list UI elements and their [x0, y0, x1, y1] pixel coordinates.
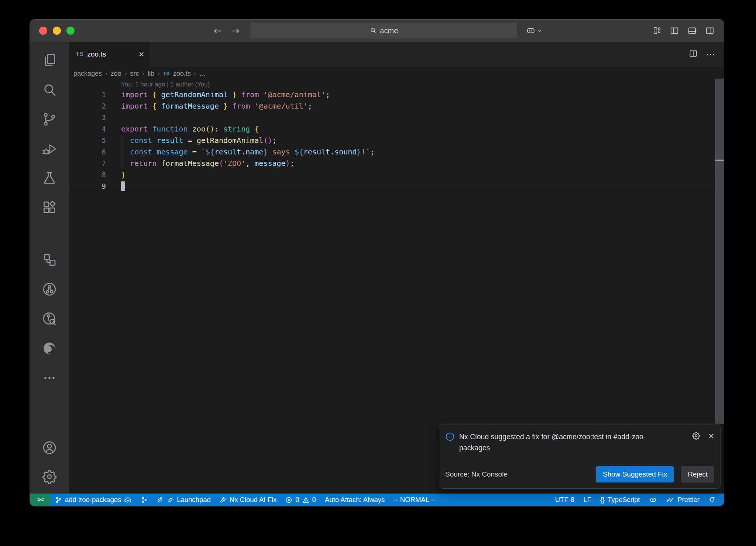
line-number: 7: [69, 158, 106, 169]
bell-icon: [708, 496, 716, 504]
testing-icon[interactable]: [41, 170, 58, 187]
typescript-file-icon: TS: [76, 51, 83, 58]
breadcrumb-separator: ›: [125, 70, 127, 77]
split-editor-icon[interactable]: [688, 49, 698, 60]
code-line[interactable]: 4export function zoo(): string {: [69, 123, 724, 135]
text-cursor: [121, 181, 125, 191]
tab-label: zoo.ts: [87, 50, 106, 58]
line-number: 4: [69, 123, 106, 135]
code-line[interactable]: 3: [69, 112, 724, 123]
customize-layout-icon[interactable]: [652, 26, 662, 35]
breadcrumb-item[interactable]: zoo: [111, 70, 121, 78]
remote-indicator[interactable]: ><: [30, 494, 51, 506]
problems-item[interactable]: 0 0: [281, 494, 320, 506]
explorer-icon[interactable]: [41, 52, 58, 68]
vscode-window: ← → acme: [30, 19, 724, 506]
code-text: import { formatMessage } from '@acme/uti…: [121, 100, 312, 112]
forward-arrow-icon[interactable]: →: [229, 26, 242, 35]
toggle-secondary-sidebar-icon[interactable]: [705, 26, 715, 35]
code-line[interactable]: 2import { formatMessage } from '@acme/ut…: [69, 100, 724, 112]
more-actions-icon[interactable]: ⋯: [706, 49, 715, 59]
accounts-icon[interactable]: [41, 440, 58, 456]
git-blame-annotation: You, 1 hour ago | 1 author (You): [121, 80, 724, 89]
encoding-item[interactable]: UTF-8: [551, 494, 579, 506]
breadcrumb-item[interactable]: lib: [148, 70, 154, 78]
code-line[interactable]: 1import { getRandomAnimal } from '@acme/…: [69, 89, 724, 100]
close-window-button[interactable]: [39, 27, 47, 35]
git-branch-icon: [55, 496, 62, 504]
minimize-window-button[interactable]: [53, 27, 61, 35]
tab-zoo-ts[interactable]: TS zoo.ts ✕: [69, 42, 150, 67]
rocket-icon: [157, 496, 164, 504]
code-text: const message = `${result.name} says ${r…: [121, 146, 375, 158]
code-line[interactable]: 9: [69, 181, 724, 192]
notification-message: Nx Cloud suggested a fix for @acme/zoo:t…: [459, 431, 673, 453]
code-line[interactable]: 8}: [69, 169, 724, 181]
braces-icon: {}: [600, 496, 605, 504]
toggle-sidebar-icon[interactable]: [669, 26, 680, 35]
warning-icon: [302, 496, 309, 504]
breadcrumb-item[interactable]: packages: [73, 70, 102, 78]
git-branch-item[interactable]: add-zoo-packages: [51, 494, 136, 506]
eol-item[interactable]: LF: [579, 494, 596, 506]
nx-console-icon[interactable]: [41, 252, 58, 268]
editor-scrollbar[interactable]: [715, 79, 724, 424]
close-tab-icon[interactable]: ✕: [138, 50, 144, 59]
status-bar: >< add-zoo-packages Launchpad Nx Cloud A…: [30, 494, 724, 506]
breadcrumb-symbol-placeholder[interactable]: ...: [199, 70, 205, 78]
line-number: 8: [69, 169, 106, 181]
breadcrumb-separator: ›: [142, 70, 144, 77]
extensions-icon[interactable]: [41, 200, 58, 216]
notifications-bell-item[interactable]: [704, 494, 720, 506]
copilot-menu[interactable]: [526, 26, 542, 35]
scrollbar-cursor-mark: [715, 160, 724, 161]
error-count: 0: [295, 496, 299, 504]
code-text: }: [121, 169, 126, 181]
prettier-item[interactable]: ✓✓ Prettier: [662, 494, 704, 506]
code-line[interactable]: 6 const message = `${result.name} says $…: [69, 146, 724, 158]
line-number: 1: [69, 89, 106, 100]
source-control-icon[interactable]: [41, 111, 58, 127]
notification-toast: Nx Cloud suggested a fix for @acme/zoo:t…: [439, 424, 721, 489]
search-icon: [370, 27, 377, 34]
branch-name: add-zoo-packages: [65, 496, 121, 504]
gitlens-graph-item[interactable]: [136, 494, 152, 506]
notification-close-icon[interactable]: ✕: [708, 432, 714, 441]
search-icon[interactable]: [41, 82, 58, 98]
gitlens-icon[interactable]: [41, 281, 58, 297]
back-arrow-icon[interactable]: ←: [212, 26, 224, 35]
typescript-file-icon: TS: [163, 71, 170, 76]
copilot-icon: [649, 496, 657, 504]
maximize-window-button[interactable]: [66, 27, 75, 35]
code-line[interactable]: 7 return formatMessage('ZOO', message);: [69, 158, 724, 169]
show-suggested-fix-button[interactable]: Show Suggested Fix: [596, 466, 674, 482]
language-mode-item[interactable]: {} TypeScript: [596, 494, 645, 506]
command-center-search[interactable]: acme: [251, 23, 517, 38]
copilot-status-item[interactable]: [645, 494, 662, 506]
reject-button[interactable]: Reject: [681, 466, 714, 482]
more-icon[interactable]: [41, 370, 58, 386]
cloud-upload-icon: [124, 496, 132, 504]
notification-settings-gear-icon[interactable]: [692, 431, 701, 441]
line-number: 5: [69, 135, 106, 146]
gitlens-inspect-icon[interactable]: [41, 311, 58, 327]
line-number: 2: [69, 100, 106, 112]
code-text: return formatMessage('ZOO', message);: [121, 158, 295, 169]
nx-cloud-fix-item[interactable]: Nx Cloud AI Fix: [215, 494, 281, 506]
tab-bar: TS zoo.ts ✕ ⋯: [69, 42, 724, 67]
breadcrumb-item[interactable]: src: [130, 70, 139, 78]
code-line[interactable]: 5 const result = getRandomAnimal();: [69, 135, 724, 146]
settings-gear-icon[interactable]: [41, 468, 58, 485]
traffic-lights: [39, 20, 75, 42]
code-text: export function zoo(): string {: [121, 123, 259, 135]
launchpad-item[interactable]: Launchpad: [152, 494, 215, 506]
wrench-icon: [220, 496, 227, 504]
chevron-down-icon: [537, 28, 542, 33]
notification-source: Source: Nx Console: [445, 470, 508, 478]
breadcrumb-file[interactable]: zoo.ts: [173, 70, 191, 78]
edge-browser-icon[interactable]: [41, 340, 58, 356]
run-debug-icon[interactable]: [41, 141, 58, 157]
toggle-panel-icon[interactable]: [687, 26, 697, 35]
auto-attach-item[interactable]: Auto Attach: Always: [320, 494, 389, 506]
vim-mode-item[interactable]: -- NORMAL --: [389, 494, 440, 506]
